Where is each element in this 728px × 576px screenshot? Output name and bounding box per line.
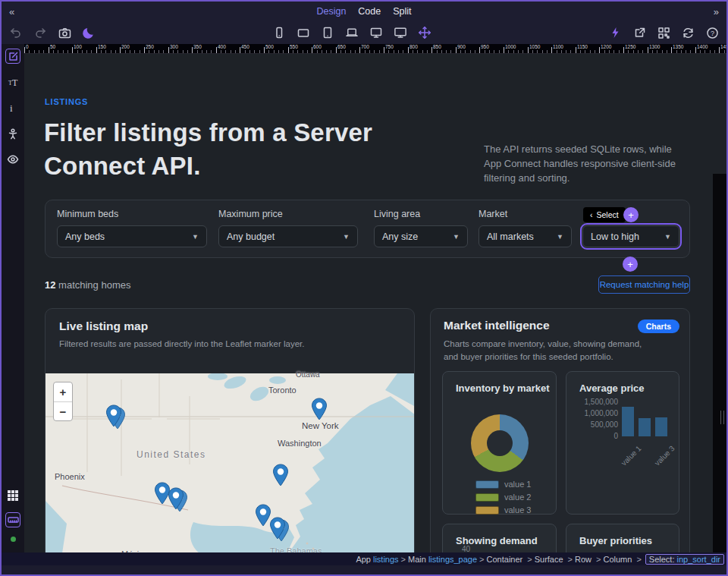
device-desktop-icon[interactable] bbox=[369, 26, 383, 39]
ruler-tick-label: 50 bbox=[50, 44, 55, 49]
dark-mode-moon-icon[interactable] bbox=[82, 26, 96, 39]
breadcrumb-selected-name[interactable]: inp_sort_dir bbox=[677, 555, 720, 564]
device-tablet-landscape-icon[interactable] bbox=[297, 26, 310, 39]
select-max-price[interactable]: Any budget▼ bbox=[218, 225, 358, 247]
ruler-tick bbox=[72, 47, 73, 53]
legend-item: value 2 bbox=[475, 493, 531, 502]
map-marker[interactable] bbox=[272, 464, 289, 486]
element-select-tooltip[interactable]: ‹ Select bbox=[583, 207, 626, 222]
breadcrumb-separator: > bbox=[527, 555, 532, 564]
map-marker[interactable] bbox=[311, 398, 328, 420]
breadcrumb-separator: > bbox=[401, 555, 406, 564]
select-min-beds[interactable]: Any beds▼ bbox=[57, 225, 207, 247]
apps-grid-icon[interactable] bbox=[5, 488, 20, 503]
open-in-browser-icon[interactable] bbox=[632, 26, 646, 39]
select-market[interactable]: All markets▼ bbox=[479, 225, 572, 247]
vertical-scrollbar-handle[interactable] bbox=[720, 411, 724, 424]
ruler-tick bbox=[695, 47, 696, 53]
page-title: Filter listings from a Server Connect AP… bbox=[44, 116, 453, 183]
redo-icon[interactable] bbox=[33, 26, 47, 39]
left-tool-sidebar: TT i bbox=[2, 44, 24, 552]
showing-demand-title: Showing demand bbox=[443, 524, 556, 546]
add-element-button-bottom[interactable]: + bbox=[623, 257, 638, 272]
breadcrumb-item[interactable]: Container bbox=[487, 555, 523, 564]
add-element-button-top[interactable]: + bbox=[623, 207, 639, 222]
collapse-left-icon[interactable]: « bbox=[9, 6, 14, 17]
select-sort-direction[interactable]: Low to high▼ bbox=[582, 225, 679, 247]
chevron-down-icon: ▼ bbox=[343, 233, 350, 241]
qr-preview-icon[interactable] bbox=[657, 26, 670, 39]
ruler-tick-label: 1350 bbox=[673, 44, 683, 49]
device-phone-icon[interactable] bbox=[272, 26, 286, 39]
breadcrumb-item[interactable]: App bbox=[356, 555, 371, 564]
select-living-area[interactable]: Any size▼ bbox=[374, 225, 468, 247]
info-inspector-icon[interactable]: i bbox=[5, 100, 20, 115]
map-zoom-in-button[interactable]: + bbox=[54, 382, 72, 401]
refresh-icon[interactable] bbox=[681, 26, 695, 39]
map-zoom-out-button[interactable]: − bbox=[54, 401, 72, 420]
screenshot-camera-icon[interactable] bbox=[58, 26, 71, 39]
fluid-resize-move-icon[interactable] bbox=[418, 26, 431, 39]
visibility-eye-icon[interactable] bbox=[5, 152, 20, 167]
breadcrumb-item[interactable]: Main bbox=[408, 555, 426, 564]
legend-label: value 2 bbox=[504, 493, 531, 502]
breadcrumb-separator: > bbox=[596, 555, 601, 564]
text-style-icon[interactable]: TT bbox=[5, 74, 20, 90]
ruler-tick-label: 700 bbox=[361, 44, 369, 49]
breadcrumb-item[interactable]: Surface bbox=[535, 555, 563, 564]
buyer-priorities-title: Buyer priorities bbox=[566, 524, 679, 546]
accessibility-person-icon[interactable] bbox=[5, 126, 20, 141]
ruler-tick-label: 450 bbox=[241, 44, 249, 49]
breadcrumb-item[interactable]: listings bbox=[373, 555, 399, 564]
collapse-right-icon[interactable]: » bbox=[714, 6, 719, 17]
ruler-tick-label: 1050 bbox=[529, 44, 540, 49]
request-matching-help-button[interactable]: Request matching help bbox=[598, 275, 690, 294]
tab-code[interactable]: Code bbox=[358, 6, 381, 17]
device-desktop-large-icon[interactable] bbox=[394, 26, 407, 39]
breadcrumb-item[interactable]: listings_page bbox=[428, 555, 477, 564]
title-bar: « Design Code Split » bbox=[2, 2, 726, 21]
legend-item: value 3 bbox=[475, 505, 531, 515]
tab-design[interactable]: Design bbox=[316, 6, 346, 17]
price-bar bbox=[655, 417, 667, 436]
map-place-label: Ottawa bbox=[296, 370, 320, 379]
donut-legend: value 1value 2value 3 bbox=[475, 480, 531, 515]
actions-bolt-icon[interactable] bbox=[608, 26, 622, 39]
ruler-tick-label: 1100 bbox=[553, 44, 563, 49]
ruler-tick bbox=[216, 47, 217, 53]
tab-split[interactable]: Split bbox=[393, 6, 411, 17]
edit-pencil-icon[interactable] bbox=[5, 49, 20, 64]
ruler-tick-label: 100 bbox=[74, 44, 82, 49]
ruler-tick bbox=[504, 47, 504, 53]
ruler-tick-label: 1250 bbox=[625, 44, 635, 49]
map-marker[interactable] bbox=[269, 517, 286, 540]
breadcrumb-item[interactable]: Row bbox=[575, 555, 592, 564]
map-place-label: New York bbox=[302, 421, 339, 430]
filter-label-market: Market bbox=[479, 209, 572, 219]
ruler-toggle-icon[interactable] bbox=[5, 512, 20, 527]
map-place-label: Washington bbox=[278, 439, 322, 448]
breadcrumb-separator: > bbox=[636, 555, 641, 564]
legend-swatch bbox=[475, 480, 499, 489]
charts-badge[interactable]: Charts bbox=[638, 319, 679, 333]
ruler-tick-label: 1150 bbox=[577, 44, 588, 49]
device-tablet-portrait-icon[interactable] bbox=[321, 26, 334, 39]
ruler-tick bbox=[671, 47, 672, 53]
showing-demand-chart-card: Showing demand 40 bbox=[442, 524, 557, 552]
price-bar bbox=[622, 407, 634, 436]
ruler-tick bbox=[551, 47, 552, 53]
undo-icon[interactable] bbox=[9, 26, 23, 39]
breadcrumb-selected-chip[interactable]: Select: inp_sort_dir bbox=[645, 554, 724, 565]
help-icon[interactable]: ? bbox=[705, 26, 719, 39]
ruler-tick bbox=[264, 47, 265, 53]
ruler-tick bbox=[336, 47, 337, 53]
ruler-tick-label: 600 bbox=[313, 44, 322, 49]
map-marker[interactable] bbox=[168, 487, 184, 510]
device-laptop-icon[interactable] bbox=[345, 26, 359, 39]
bar-xtick-label: value 3 bbox=[653, 444, 676, 467]
map-marker[interactable] bbox=[105, 404, 122, 427]
leaflet-map[interactable]: + − OttawaTorontoNew YorkWashingtonUnite… bbox=[46, 373, 414, 552]
ruler-tick bbox=[431, 47, 432, 53]
results-count: 12 matching homes bbox=[45, 279, 130, 291]
breadcrumb-item[interactable]: Column bbox=[603, 555, 632, 564]
